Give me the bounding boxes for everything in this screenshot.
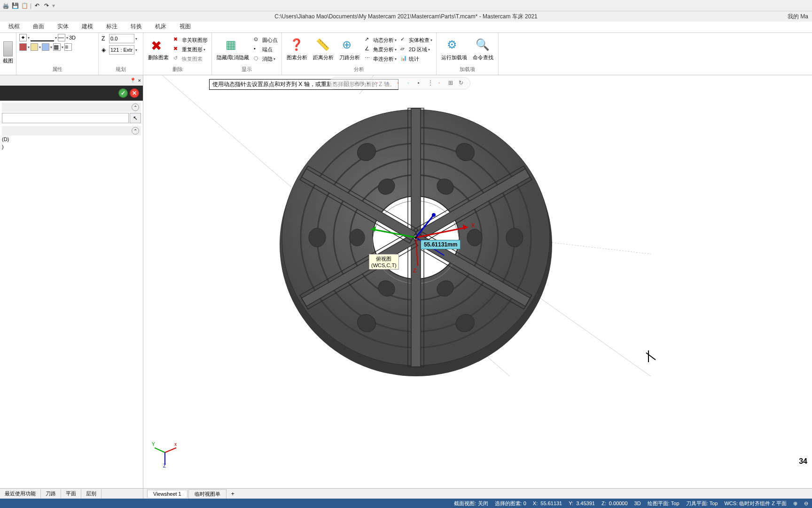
line-style-icon[interactable] [31,34,54,41]
distance-analyze-button[interactable]: 📏距离分析 [311,37,336,62]
svg-rect-21 [411,240,421,367]
chain-analyze-button[interactable]: ⋯串连分析▾ [364,55,398,63]
ft-icon-11[interactable]: ↻ [459,79,466,87]
mode-3d[interactable]: 3D [69,35,76,40]
plan-input[interactable] [109,45,134,55]
delete-element-button[interactable]: ✖ 删除图素 [146,37,171,62]
endpoint-button[interactable]: •端点 [253,45,273,54]
restore-element-button[interactable]: ↺恢复图素 [172,55,203,63]
2d-area-button[interactable]: ▱2D 区域▾ [399,45,431,54]
tab-machine[interactable]: 机床 [148,21,173,32]
svg-point-29 [506,228,523,247]
plan-icon[interactable]: ◈ [102,47,108,53]
svg-text:Y: Y [152,442,155,447]
menu-tabs: 线框 曲面 实体 建模 标注 转换 机床 视图 [0,22,812,33]
section-collapse-icon[interactable]: ⌃ [132,103,139,111]
tab-solid[interactable]: 实体 [51,21,75,32]
ft-icon-7[interactable]: ▪ [417,79,425,87]
viewsheet-1-tab[interactable]: Viewsheet 1 [147,490,187,498]
tree-item-o[interactable]: ) [2,143,141,151]
svg-text:x: x [174,442,177,447]
run-addon-button[interactable]: ⚙运行加载项 [439,37,469,62]
center-point-button[interactable]: ⊙圆心点 [253,36,279,44]
ft-icon-10[interactable]: ⊞ [448,79,456,87]
print-icon[interactable]: 🖨️ [2,2,9,9]
ribbon-group-show: ▦ 隐藏/取消隐藏 ⊙圆心点 •端点 ◌消隐▾ 显示 [212,33,282,75]
point-style-icon[interactable]: ✦ [19,34,27,41]
chuck-model: x z X [270,94,562,386]
line-weight-icon[interactable]: — [58,34,65,41]
screenshot-label: 截图 [3,57,13,64]
delete-duplicate-button[interactable]: ✖重复图形▾ [172,45,206,54]
ft-icon-5[interactable]: ▪ [397,79,404,87]
undo-icon[interactable]: ↶ [33,2,41,9]
svg-point-36 [350,229,365,246]
title-bar: C:\Users\Jiahao Mao\Documents\My Masterc… [0,11,812,22]
section-collapse-icon-2[interactable]: ⌃ [132,127,139,135]
tab-transform[interactable]: 转换 [124,21,148,32]
selection-input[interactable] [2,113,129,123]
section-view-status[interactable]: 截面视图: 关闭 [454,500,488,507]
material-icon[interactable]: ▦ [53,43,61,51]
dynamic-analyze-button[interactable]: ↗动态分析▾ [364,36,398,44]
coord-x: X: 55.61131 [533,500,562,506]
tab-annotate[interactable]: 标注 [100,21,124,32]
svg-line-53 [155,448,165,452]
tab-model[interactable]: 建模 [75,21,100,32]
cancel-button[interactable]: ✕ [130,88,139,98]
ft-icon-1[interactable]: ▫ [333,79,341,87]
svg-text:x: x [471,221,475,229]
document-title: C:\Users\Jiahao Mao\Documents\My Masterc… [274,13,538,21]
tab-wireframe[interactable]: 线框 [2,21,26,32]
status-icon-1[interactable]: ⊕ [793,500,797,507]
tool-plane-status[interactable]: 刀具平面: Top [686,500,718,507]
command-find-button[interactable]: 🔍命令查找 [471,37,495,62]
color-swatch-1[interactable] [19,43,27,51]
ribbon-group-plan: Z ▾ ◈ ▾ 规划 [99,33,143,75]
ribbon-group-analyze: ❓图素分析 📏距离分析 ⊕刀路分析 ↗动态分析▾ ∠角度分析▾ ⋯串连分析▾ ✓… [282,33,437,75]
delete-unassoc-button[interactable]: ✖非关联图形 [172,36,209,44]
pick-button[interactable]: ↖ [130,113,141,123]
ft-icon-8[interactable]: ⋮ [428,79,435,87]
color-swatch-3[interactable] [42,43,49,51]
wcs-status[interactable]: WCS: 临时对齐组件 Z 平面 [724,500,787,507]
ft-icon-3[interactable]: ▪ [376,79,383,87]
redo-icon[interactable]: ↷ [43,2,50,9]
status-bar: 截面视图: 关闭 选择的图素: 0 X: 55.61131 Y: 3.45391… [0,499,812,508]
tab-plane[interactable]: 平面 [61,489,81,498]
viewport-3d[interactable]: 使用动态指针去设置原点和对齐到 X 轴，或重新选择图形作为新的 Z 轴。 ▫ ⬚… [143,75,812,488]
blank-button[interactable]: ◌消隐▾ [253,55,276,63]
ft-icon-9[interactable]: ▪ [438,79,445,87]
ft-icon-6[interactable]: ▪ [407,79,414,87]
panel-close-icon[interactable]: × [138,78,141,83]
hide-unhide-button[interactable]: ▦ 隐藏/取消隐藏 [215,37,251,62]
ft-icon-4[interactable]: ▪ [386,79,394,87]
toolpath-analyze-button[interactable]: ⊕刀路分析 [337,37,362,62]
tab-toolpath[interactable]: 刀路 [41,489,61,498]
tab-surface[interactable]: 曲面 [26,21,51,32]
element-analyze-button[interactable]: ❓图素分析 [285,37,309,62]
angle-analyze-button[interactable]: ∠角度分析▾ [364,45,398,54]
screenshot-icon[interactable] [3,41,13,56]
solid-check-button[interactable]: ✓实体检查▾ [399,36,433,44]
ribbon-group-delete: ✖ 删除图素 ✖非关联图形 ✖重复图形▾ ↺恢复图素 删除 [143,33,212,75]
mode-3d-status[interactable]: 3D [634,500,641,506]
draw-plane-status[interactable]: 绘图平面: Top [648,500,679,507]
status-icon-2[interactable]: ⊖ [804,500,808,507]
tab-layer[interactable]: 层别 [81,489,102,498]
tab-view[interactable]: 视图 [173,21,197,32]
coord-z: Z: 0.00000 [601,500,628,506]
temp-viewsheet-tab[interactable]: 临时视图单 [188,489,226,499]
stats-button[interactable]: 📊统计 [399,55,420,63]
tab-recent[interactable]: 最近使用功能 [0,489,41,498]
accept-button[interactable]: ✓ [118,88,128,98]
ft-cursor-icon[interactable]: ⬚ [344,79,351,87]
copy-icon[interactable]: 📋 [21,2,28,9]
color-swatch-2[interactable] [31,43,38,51]
pin-icon[interactable]: 📍 [130,78,136,84]
tree-item-d[interactable]: (D) [2,135,141,143]
z-input[interactable] [109,34,134,43]
save-icon[interactable]: 💾 [11,2,19,9]
layer-icon[interactable]: ≡ [64,43,72,51]
add-viewsheet-button[interactable]: + [227,490,238,498]
